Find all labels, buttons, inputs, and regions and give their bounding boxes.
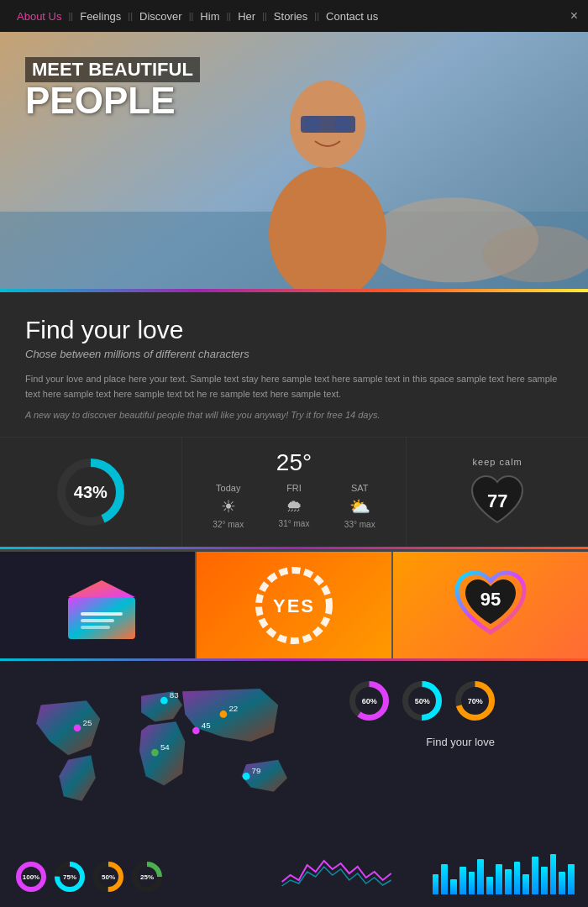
weather-sat: SAT ⛅ 33° max [344, 483, 375, 529]
mail-widget [0, 552, 197, 658]
find-love-chart-label: Find your love [346, 736, 575, 748]
bar-1 [433, 874, 439, 894]
widgets-row: 43% 25° Today ☀ 32° max FRI 🌧 31° max SA… [0, 437, 588, 547]
nav-about-us[interactable]: About Us [10, 10, 68, 23]
mini-donut-50: 50% [399, 678, 445, 724]
bar-2 [441, 864, 448, 894]
heart-container: 77 [468, 474, 527, 528]
color-widgets-row: YES 95 [0, 549, 588, 658]
svg-text:25: 25 [83, 718, 92, 727]
bar-11 [522, 874, 529, 894]
svg-text:79: 79 [252, 766, 261, 775]
svg-text:54: 54 [160, 742, 170, 752]
mini-donut-row: 60% 50% 70% [346, 678, 575, 724]
small-donuts-row: 100% 75% 50% [13, 859, 241, 894]
svg-text:45: 45 [202, 721, 211, 730]
nav-him[interactable]: Him [193, 10, 226, 23]
mini-donut-60: 60% [346, 678, 392, 724]
world-map-area: 25 83 22 54 45 79 [13, 678, 333, 827]
svg-rect-14 [81, 619, 114, 622]
weather-days: Today ☀ 32° max FRI 🌧 31° max SAT ⛅ 33° … [196, 483, 393, 529]
nav-her[interactable]: Her [231, 10, 262, 23]
nav-contact[interactable]: Contact us [319, 10, 385, 23]
svg-point-3 [304, 116, 321, 133]
yes-circle-svg: YES [252, 564, 336, 647]
widget-donut-43: 43% [0, 438, 182, 547]
nav-links: About Us || Feelings || Discover || Him … [10, 10, 385, 23]
widget-keep-calm: keep calm 77 [407, 438, 588, 547]
svg-marker-12 [68, 580, 135, 597]
heart95-widget: 95 [393, 552, 588, 658]
bar-13 [541, 867, 548, 894]
nav-stories[interactable]: Stories [267, 10, 314, 23]
yes-widget: YES [197, 552, 393, 658]
sm-donut-75: 75% [52, 859, 87, 894]
weather-today: Today ☀ 32° max [213, 483, 244, 529]
keep-calm-number: 77 [487, 490, 507, 512]
svg-text:22: 22 [228, 704, 238, 713]
bar-14 [550, 854, 557, 894]
hero-people: PEOPLE [25, 82, 200, 119]
svg-point-23 [220, 710, 228, 718]
svg-rect-11 [68, 597, 135, 639]
sm-donut-25: 25% [129, 859, 165, 894]
bar-12 [532, 857, 538, 894]
svg-point-19 [74, 725, 81, 732]
nav-discover[interactable]: Discover [133, 10, 189, 23]
sparkline-svg [251, 848, 422, 894]
mail-icon [64, 580, 131, 631]
svg-rect-15 [81, 626, 110, 629]
bar-8 [496, 864, 502, 894]
bar-16 [568, 864, 575, 894]
hero-section: MEET BEAUTIFUL PEOPLE [0, 32, 588, 292]
hero-person [244, 49, 412, 292]
bar-10 [514, 862, 521, 894]
svg-point-21 [160, 697, 168, 705]
donut-label: 43% [74, 483, 108, 502]
find-love-body1: Find your love and place here your text.… [25, 372, 563, 401]
heart95-svg: 95 [453, 569, 528, 641]
hero-accent-bar [0, 289, 588, 292]
svg-point-29 [243, 773, 250, 780]
donut-container: 43% [53, 454, 129, 530]
info-charts-right: 60% 50% 70% [346, 678, 575, 827]
bar-9 [505, 869, 512, 894]
sparkline-area [251, 848, 422, 894]
hero-text: MEET BEAUTIFUL PEOPLE [25, 57, 200, 119]
svg-point-0 [269, 166, 386, 292]
svg-text:83: 83 [170, 690, 179, 700]
mail-svg [64, 580, 139, 639]
find-love-subtitle: Chose between millions of different char… [25, 348, 563, 360]
bar-6 [477, 859, 484, 894]
find-love-title: Find your love [25, 316, 563, 344]
svg-text:YES: YES [273, 595, 315, 616]
navbar: About Us || Feelings || Discover || Him … [0, 0, 588, 32]
bar-chart-area [433, 844, 575, 894]
info-bottom-row: 100% 75% 50% [13, 844, 575, 894]
weather-temp: 25° [196, 449, 393, 476]
infographics-section: 25 83 22 54 45 79 [0, 661, 588, 907]
bar-5 [469, 872, 475, 894]
sm-donut-50: 50% [91, 859, 126, 894]
close-button[interactable]: × [570, 8, 578, 24]
find-love-cta: A new way to discover beautiful people t… [25, 410, 563, 420]
bar-15 [559, 872, 565, 894]
svg-point-25 [151, 749, 159, 757]
keep-calm-label: keep calm [473, 457, 522, 467]
mini-donut-70: 70% [452, 678, 498, 724]
sm-donut-100: 100% [13, 859, 49, 894]
weather-fri: FRI 🌧 31° max [279, 483, 310, 529]
world-map-svg: 25 83 22 54 45 79 [13, 678, 333, 824]
svg-text:95: 95 [480, 589, 501, 610]
svg-point-4 [334, 116, 351, 133]
bar-3 [450, 879, 457, 894]
find-love-section: Find your love Chose between millions of… [0, 292, 588, 437]
bar-4 [459, 867, 466, 894]
widget-weather: 25° Today ☀ 32° max FRI 🌧 31° max SAT ⛅ … [182, 438, 407, 547]
nav-feelings[interactable]: Feelings [73, 10, 128, 23]
svg-rect-13 [81, 612, 123, 616]
bar-7 [486, 877, 493, 894]
svg-point-27 [192, 727, 200, 735]
info-top-row: 25 83 22 54 45 79 [13, 678, 575, 827]
hero-meet: MEET BEAUTIFUL [25, 57, 200, 82]
